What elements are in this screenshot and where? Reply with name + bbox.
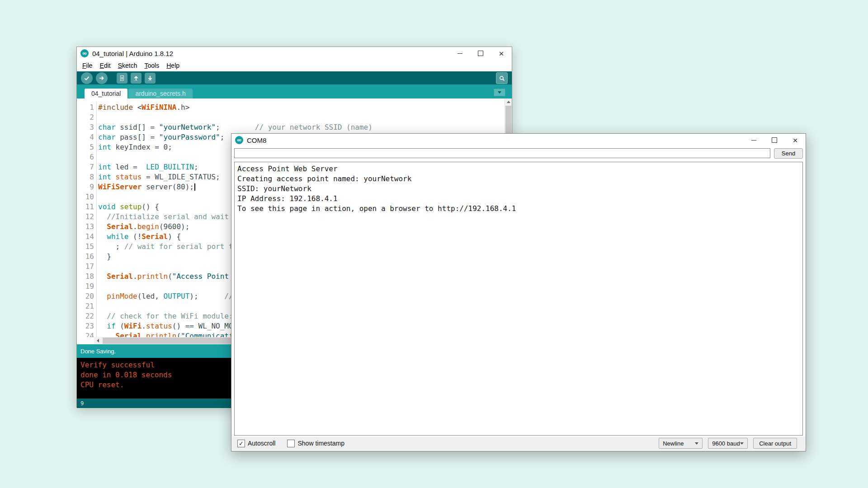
save-button[interactable] <box>145 73 156 84</box>
line-number: 14 <box>77 232 97 242</box>
line-number: 18 <box>77 272 97 282</box>
line-content <box>97 152 98 162</box>
menu-sketch[interactable]: Sketch <box>114 61 141 70</box>
serial-input-row: Send <box>234 148 803 159</box>
show-timestamp-label: Show timestamp <box>297 440 344 447</box>
menu-file[interactable]: File <box>79 61 96 70</box>
desktop: ∞ 04_tutorial | Arduino 1.8.12 × FileEdi… <box>0 0 868 488</box>
line-ending-value: Newline <box>663 440 684 447</box>
line-number: 20 <box>77 291 97 301</box>
serial-input[interactable] <box>234 148 770 158</box>
verify-button[interactable] <box>81 72 93 84</box>
tab-04-tutorial[interactable]: 04_tutorial <box>85 89 127 99</box>
tab-arduino-secrets-h[interactable]: arduino_secrets.h <box>128 89 192 99</box>
serial-output[interactable]: Access Point Web ServerCreating access p… <box>234 162 803 436</box>
line-content: while (!Serial) { <box>97 232 181 242</box>
line-number: 13 <box>77 222 97 232</box>
line-content: #include <WiFiNINA.h> <box>97 103 189 113</box>
line-number: 7 <box>77 162 97 172</box>
toolbar <box>77 71 512 84</box>
serial-titlebar[interactable]: ∞ COM8 × <box>231 134 806 146</box>
status-text: Done Saving. <box>77 348 116 355</box>
line-ending-select[interactable]: Newline <box>659 438 703 449</box>
close-button[interactable]: × <box>491 47 512 60</box>
code-line: 1#include <WiFiNINA.h> <box>77 103 512 113</box>
line-content: // check for the WiFi module: <box>97 311 233 321</box>
menu-help[interactable]: Help <box>163 61 183 70</box>
line-number: 22 <box>77 311 97 321</box>
autoscroll-label: Autoscroll <box>248 440 275 447</box>
clear-output-button[interactable]: Clear output <box>753 438 797 449</box>
chevron-up-icon <box>507 101 510 103</box>
menu-bar: FileEditSketchToolsHelp <box>77 60 512 71</box>
tab-list-button[interactable] <box>494 89 505 96</box>
save-icon <box>147 75 153 81</box>
serial-monitor-icon <box>499 75 505 82</box>
line-number: 1 <box>77 103 97 113</box>
menu-edit[interactable]: Edit <box>96 61 114 70</box>
arduino-window-title: 04_tutorial | Arduino 1.8.12 <box>92 50 173 57</box>
serial-window-title: COM8 <box>247 136 266 144</box>
upload-button[interactable] <box>96 72 108 84</box>
line-content: WiFiServer server(80); <box>97 182 195 192</box>
menu-tools[interactable]: Tools <box>141 61 163 70</box>
line-content: void setup() { <box>97 202 159 212</box>
arduino-logo-icon: ∞ <box>235 136 243 144</box>
line-number: 23 <box>77 321 97 331</box>
tab-strip: 04_tutorialarduino_secrets.h <box>77 84 512 99</box>
line-number: 21 <box>77 301 97 311</box>
line-content: } <box>97 252 111 262</box>
verify-icon <box>84 75 90 81</box>
line-number: 10 <box>77 192 97 202</box>
chevron-down-icon <box>740 442 744 445</box>
arduino-logo-icon: ∞ <box>80 49 89 57</box>
autoscroll-checkbox[interactable]: ✓ <box>237 440 245 447</box>
line-number: 24 <box>77 331 97 337</box>
maximize-icon <box>772 137 777 143</box>
line-content <box>97 262 98 272</box>
minimize-button[interactable] <box>743 134 764 146</box>
new-sketch-icon <box>119 75 125 81</box>
chevron-down-icon <box>498 91 501 94</box>
chevron-down-icon <box>695 442 698 445</box>
chevron-left-icon <box>97 339 99 343</box>
tabs: 04_tutorialarduino_secrets.h <box>85 89 193 99</box>
close-icon: × <box>793 136 797 145</box>
serial-monitor-window: ∞ COM8 × Send Access Point Web ServerCre… <box>231 133 806 451</box>
line-content: char ssid[] = "yourNetwork"; // your net… <box>97 122 373 132</box>
send-button[interactable]: Send <box>774 148 803 159</box>
scroll-left-button[interactable] <box>94 337 102 344</box>
code-line: 2 <box>77 113 512 122</box>
maximize-button[interactable] <box>764 134 785 146</box>
new-sketch-button[interactable] <box>117 73 127 84</box>
check-icon: ✓ <box>239 441 244 446</box>
open-button[interactable] <box>131 73 142 84</box>
line-content: Serial.begin(9600); <box>97 222 189 232</box>
show-timestamp-checkbox[interactable] <box>287 440 295 447</box>
close-icon: × <box>499 49 504 58</box>
maximize-icon <box>478 51 483 56</box>
serial-monitor-button[interactable] <box>496 72 508 84</box>
text-cursor <box>194 183 195 191</box>
line-number: 6 <box>77 152 97 162</box>
upload-icon <box>99 75 105 81</box>
line-content: int led = LED_BUILTIN; <box>97 162 198 172</box>
line-content <box>97 192 98 202</box>
line-number: 3 <box>77 122 97 132</box>
minimize-icon <box>458 53 462 54</box>
line-number: 4 <box>77 132 97 142</box>
serial-output-line: Creating access point named: yourNetwork <box>237 174 800 184</box>
line-content: int status = WL_IDLE_STATUS; <box>97 172 220 182</box>
arduino-titlebar[interactable]: ∞ 04_tutorial | Arduino 1.8.12 × <box>77 47 512 60</box>
line-number: 5 <box>77 142 97 152</box>
close-button[interactable]: × <box>785 134 806 146</box>
baud-rate-value: 9600 baud <box>712 440 740 447</box>
serial-output-line: Access Point Web Server <box>237 164 800 174</box>
window-controls: × <box>743 134 806 146</box>
line-number: 11 <box>77 202 97 212</box>
baud-rate-select[interactable]: 9600 baud <box>708 438 748 449</box>
minimize-button[interactable] <box>449 47 470 60</box>
maximize-button[interactable] <box>470 47 491 60</box>
scroll-up-button[interactable] <box>505 99 512 105</box>
line-number: 2 <box>77 113 97 122</box>
